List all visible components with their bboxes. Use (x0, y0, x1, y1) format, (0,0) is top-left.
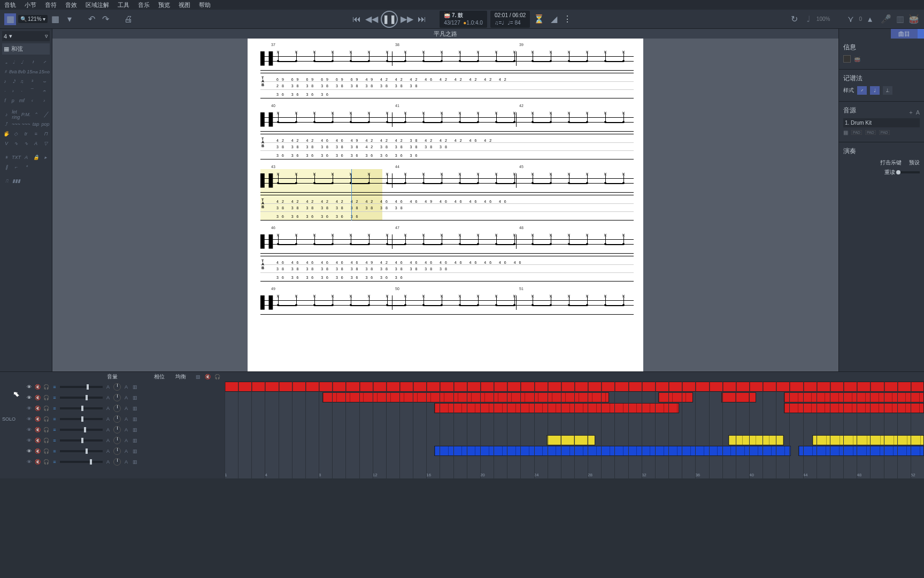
clip-block[interactable] (658, 392, 693, 402)
dot-icon[interactable]: · (2, 87, 8, 95)
tuning-fork-icon[interactable]: ⋎ (845, 13, 857, 25)
grace-icon[interactable]: ♪ (2, 110, 11, 119)
pan-knob[interactable] (113, 394, 121, 401)
layout-icon[interactable]: ▦ (50, 13, 61, 25)
loop-icon[interactable]: ↻ (789, 13, 800, 25)
solo-icon[interactable]: 🎧 (43, 438, 49, 443)
vibrato-icon[interactable]: ~~~ (12, 120, 20, 128)
zoom-control[interactable]: 🔍 121% ▾ (18, 15, 48, 23)
skip-end-button[interactable]: ⏭ (416, 13, 428, 25)
tenuto-icon[interactable]: ¯ (27, 87, 37, 95)
automation-icon[interactable]: A (105, 384, 111, 390)
style-tab-button[interactable]: ♩. (883, 86, 892, 95)
eq-icon[interactable]: ▥ (132, 427, 138, 432)
octave-up-icon[interactable]: 8va (9, 67, 17, 76)
solo-icon[interactable]: 🎧 (43, 395, 49, 400)
volume-slider[interactable] (60, 429, 103, 431)
drum-pad-icon[interactable]: ▦ (843, 130, 848, 135)
clip-block[interactable] (434, 446, 791, 456)
score-viewport[interactable]: 平凡之路 ▌▌ 373839×××××××××××××××××××× TAB 6… (52, 29, 838, 371)
visibility-icon[interactable]: 👁 (26, 416, 32, 422)
skip-start-button[interactable]: ⏮ (351, 13, 363, 25)
mute-icon[interactable]: 🔇 (34, 384, 41, 390)
up-arrow-icon[interactable]: ▴ (864, 13, 876, 25)
menu-note[interactable]: 音符 (45, 1, 57, 9)
style-standard-button[interactable]: ♩ (870, 86, 880, 95)
list-icon[interactable]: ≡ (51, 416, 58, 422)
volume-slider[interactable] (60, 407, 103, 409)
volume-slider[interactable] (60, 397, 103, 399)
up-stroke-icon[interactable]: V (2, 139, 11, 148)
list-icon[interactable]: ≡ (51, 395, 58, 400)
marker-icon[interactable]: ▽ (41, 139, 50, 148)
ottava-icon[interactable]: 15mb (39, 67, 50, 76)
down-stroke-icon[interactable]: ⊓ (41, 130, 50, 138)
reread-slider[interactable] (898, 171, 920, 173)
note-icon[interactable]: ♩ (803, 13, 814, 25)
automation-icon[interactable]: A (123, 406, 129, 411)
eq-icon[interactable]: ▥ (132, 416, 138, 422)
eq-icon[interactable]: ▥ (132, 395, 138, 400)
list-icon[interactable]: ≡ (51, 448, 58, 454)
automation-icon[interactable]: A (105, 395, 111, 400)
visibility-icon[interactable]: 👁 (26, 459, 32, 465)
mode-icon[interactable]: ▦ (4, 13, 16, 25)
rewind-button[interactable]: ◀◀ (366, 13, 378, 25)
hammer-icon[interactable]: ⌃ (32, 110, 40, 119)
tap-icon[interactable]: tap (32, 120, 40, 128)
slash-icon[interactable]: 𝄍 (39, 58, 50, 66)
automation-icon[interactable]: A (105, 427, 111, 432)
volume-slider[interactable] (60, 461, 103, 463)
menu-bar-item[interactable]: 小节 (25, 1, 36, 9)
automation-icon[interactable]: A (123, 395, 129, 400)
triplet-icon[interactable]: ³ (27, 77, 37, 86)
clip-block[interactable] (812, 435, 924, 445)
beam-icon[interactable]: ♫ (18, 77, 26, 86)
text-box-icon[interactable]: A (22, 153, 30, 162)
mute-icon[interactable]: 🔇 (204, 374, 211, 379)
clip-block[interactable] (784, 392, 924, 402)
sixteenth-note-icon[interactable]: 𝅘𝅥𝅯 (9, 77, 17, 86)
mezzo-icon[interactable]: mf (18, 96, 26, 105)
view-icon[interactable]: ▧ (195, 374, 201, 379)
add-icon[interactable]: + (909, 109, 912, 116)
automation-icon[interactable]: A (105, 416, 111, 422)
solo-icon[interactable]: 🎧 (43, 427, 49, 432)
volume-slider[interactable] (60, 386, 103, 388)
pad-icon[interactable]: PAD (851, 130, 862, 135)
chord-button[interactable]: ▦ 和弦 (2, 43, 50, 55)
visibility-icon[interactable]: 👁 (26, 384, 32, 390)
timer-icon[interactable]: ⏳ (533, 13, 545, 25)
ottava-icon[interactable]: 15ma (27, 67, 37, 76)
mute-icon[interactable]: 🔇 (34, 438, 41, 443)
wave-icon[interactable]: ∿ (21, 139, 30, 148)
pan-knob[interactable] (113, 426, 121, 434)
quarter-note-icon[interactable]: ♩ (18, 58, 26, 66)
mute-icon[interactable]: 🔇 (34, 427, 41, 432)
wave-icon[interactable]: ∿ (12, 139, 20, 148)
menu-tools[interactable]: 工具 (118, 1, 129, 9)
palm-mute-icon[interactable]: P.M. (21, 110, 30, 119)
pan-knob[interactable] (113, 405, 121, 412)
menu-preview[interactable]: 预览 (158, 1, 170, 9)
txt-icon[interactable]: TXT (12, 153, 21, 162)
piano-icon[interactable]: ▥ (894, 13, 906, 25)
eq-icon[interactable]: ▥ (132, 438, 138, 443)
track-info-box[interactable]: 🥁 7. 鼓 43/127 ●1.0:4.0 (440, 11, 487, 28)
menu-help[interactable]: 帮助 (199, 1, 211, 9)
pan-knob[interactable] (113, 458, 121, 466)
volume-slider[interactable] (60, 418, 103, 420)
automation-icon[interactable]: A (123, 438, 129, 443)
play-pause-button[interactable]: ❚❚ (381, 11, 398, 28)
menu-view[interactable]: 视图 (179, 1, 190, 9)
solo-icon[interactable]: 🎧 (43, 459, 49, 465)
menu-track[interactable]: 音轨 (4, 1, 16, 9)
more-icon[interactable]: ⋮ (563, 14, 572, 24)
pan-knob[interactable] (113, 415, 121, 423)
list-icon[interactable]: ≡ (51, 406, 58, 411)
clip-block[interactable] (322, 392, 609, 402)
coda-icon[interactable]: 𝄌 (22, 163, 30, 171)
segno-icon[interactable]: 𝄋 (2, 153, 11, 162)
drums-icon[interactable]: 🥁 (908, 13, 920, 25)
crescendo-icon[interactable]: ‹ (27, 96, 37, 105)
